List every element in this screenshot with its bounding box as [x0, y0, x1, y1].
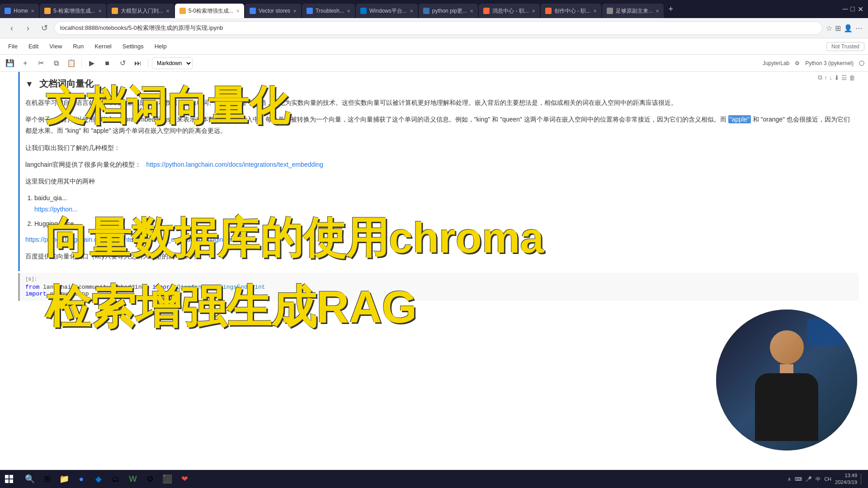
svg-rect-3 [9, 479, 13, 483]
taskbar-chrome-icon[interactable]: ● [73, 471, 90, 487]
tray-up-arrow[interactable]: ∧ [788, 476, 791, 482]
tab-msg-close[interactable]: ✕ [532, 9, 535, 14]
jupyter-menu-bar: File Edit View Run Kernel Settings Help … [0, 38, 868, 55]
bookmark-star-button[interactable]: ☆ [826, 24, 832, 33]
run-button[interactable]: ▶ [85, 57, 98, 70]
huggingface-link[interactable]: https://python.langchain.com/docs/integr… [25, 236, 249, 243]
baidu-link[interactable]: https://python... [34, 206, 78, 213]
tray-keyboard-icon[interactable]: ⌨ [795, 476, 802, 482]
reload-button[interactable]: ↺ [38, 22, 51, 34]
save-button[interactable]: 💾 [4, 57, 16, 70]
tab-zuzu[interactable]: 足够原副主来... ✕ [602, 4, 664, 18]
tab-zuzu-label: 足够原副主来... [616, 7, 653, 15]
tab-windows[interactable]: Windows平台... ✕ [356, 4, 418, 18]
settings-icon[interactable]: ⚙ [795, 60, 800, 66]
taskbar-icons: 🔍 ⊞ 📁 ● ◆ 🗂 W ⚙ ⬛ ❤ [18, 471, 782, 487]
code-cell[interactable]: [8]: from langchain_community.embeddings… [18, 273, 859, 301]
tab-msg[interactable]: 消息中心 - 职... ✕ [479, 4, 540, 18]
baidu-desc: 百度提供的向量化接口（key只要导入之前大模型的就可以了） [25, 251, 854, 262]
menu-settings[interactable]: Settings [118, 41, 148, 52]
tab-msg-label: 消息中心 - 职... [492, 7, 529, 15]
tab-create-close[interactable]: ✕ [593, 9, 597, 14]
tab-notebook1-close[interactable]: ✕ [98, 9, 102, 14]
tab-windows-close[interactable]: ✕ [410, 9, 413, 14]
two-types-text: 这里我们使用其中的两种 [25, 176, 854, 187]
tab-troubleshoot[interactable]: Troublesh... ✕ [302, 4, 355, 18]
back-button[interactable]: ‹ [5, 22, 18, 34]
taskbar-task-icon[interactable]: ⊞ [39, 471, 55, 487]
tab-notebook1[interactable]: 5-检索增强生成... ✕ [40, 4, 106, 18]
kernel-indicator [859, 61, 864, 66]
address-bar[interactable]: localhost:8888/notebooks/5-0检索增强生成的原理与实现… [54, 21, 822, 35]
kw-as: as [71, 291, 78, 297]
taskbar-settings-icon[interactable]: ⚙ [142, 471, 158, 487]
embedding-list: baidu_qia... https://python... Hugging F… [25, 192, 854, 230]
tab-troubleshoot-close[interactable]: ✕ [347, 9, 350, 14]
menu-help[interactable]: Help [150, 41, 171, 52]
settings-dots-button[interactable]: ⋯ [855, 24, 863, 33]
taskbar-file-icon[interactable]: 📁 [56, 471, 72, 487]
heading-text: 文档词向量化 [39, 79, 94, 89]
delete-button[interactable]: 🗑 [849, 74, 855, 81]
copy-cell-button[interactable]: ⧉ [818, 74, 822, 81]
tab-notebook3-close[interactable]: ✕ [236, 9, 240, 14]
langchain-link[interactable]: https://python.langchain.com/docs/integr… [146, 161, 323, 168]
copy-button[interactable]: ⧉ [50, 57, 62, 70]
notebook-content: ⧉ ↑ ↓ ⬇ ☰ 🗑 ▼ 文档词向量化 在机器学习和自然语言处理中，词向量化是… [0, 72, 868, 470]
restart-button[interactable]: ↺ [116, 57, 129, 70]
tab-notebook2[interactable]: 大模型从入门到... ✕ [107, 4, 174, 18]
tab-vectorstores-close[interactable]: ✕ [293, 9, 297, 14]
tab-pip-close[interactable]: ✕ [470, 9, 473, 14]
tab-create[interactable]: 创作中心 - 职... ✕ [541, 4, 602, 18]
system-tray: ∧ ⌨ 🎤 中 CH 13:49 2024/3/19 [782, 472, 868, 486]
paste-button[interactable]: 📋 [65, 57, 78, 70]
more-button[interactable]: ☰ [841, 74, 847, 81]
taskbar-app2-icon[interactable]: ❤ [176, 471, 193, 487]
profile-button[interactable]: 👤 [844, 24, 853, 33]
tab-home-close[interactable]: ✕ [31, 9, 34, 14]
cell-type-select[interactable]: MarkdownCodeRaw [152, 57, 193, 69]
menu-kernel[interactable]: Kernel [90, 41, 116, 52]
collapse-icon[interactable]: ▼ [25, 80, 33, 89]
move-up-button[interactable]: ↑ [824, 74, 827, 81]
taskbar-search-icon[interactable]: 🔍 [22, 471, 38, 487]
forward-button[interactable]: › [22, 22, 34, 34]
tray-ime[interactable]: CH [824, 476, 831, 482]
taskbar-edge-icon[interactable]: ◆ [90, 471, 107, 487]
menu-file[interactable]: File [4, 41, 22, 52]
tab-vectorstores[interactable]: Vector stores ✕ [245, 4, 301, 18]
numpy-alias: np [82, 291, 89, 297]
tab-notebook3[interactable]: 5-0检索增强生成... ✕ [175, 4, 244, 18]
show-desktop-button[interactable] [861, 474, 863, 484]
tray-mic-icon[interactable]: 🎤 [806, 476, 812, 482]
menu-view[interactable]: View [45, 41, 66, 52]
tab-pip[interactable]: python pip更... ✕ [419, 4, 478, 18]
cut-button[interactable]: ✂ [34, 57, 47, 70]
minimize-button[interactable]: ─ [843, 5, 848, 13]
windows-start-button[interactable] [0, 470, 18, 488]
taskbar-app1-icon[interactable]: W [125, 471, 141, 487]
tray-lang-ch[interactable]: 中 [816, 476, 821, 483]
system-clock[interactable]: 13:49 2024/3/19 [835, 472, 857, 486]
add-cell-button[interactable]: + [19, 57, 32, 70]
close-button[interactable]: ✕ [858, 5, 863, 14]
langchain-text: langchain官网提供了很多向量化的模型： https://python.l… [25, 159, 854, 170]
download-button[interactable]: ⬇ [834, 74, 840, 81]
taskbar-cmd-icon[interactable]: ⬛ [159, 471, 175, 487]
code-prompt: [8]: [25, 277, 854, 282]
not-trusted-badge[interactable]: Not Trusted [826, 42, 864, 51]
jupyterlab-link[interactable]: JupyterLab [763, 60, 789, 66]
taskbar-folder-icon[interactable]: 🗂 [108, 471, 124, 487]
stop-button[interactable]: ■ [101, 57, 113, 70]
menu-run[interactable]: Run [68, 41, 88, 52]
tab-zuzu-close[interactable]: ✕ [656, 9, 659, 14]
menu-edit[interactable]: Edit [24, 41, 43, 52]
restart-run-button[interactable]: ⏭ [132, 57, 144, 70]
tab-home[interactable]: Home ✕ [0, 4, 39, 18]
new-tab-button[interactable]: + [665, 5, 677, 14]
markdown-cell[interactable]: ⧉ ↑ ↓ ⬇ ☰ 🗑 ▼ 文档词向量化 在机器学习和自然语言处理中，词向量化是… [18, 72, 859, 271]
extension-button[interactable]: ⊞ [835, 24, 841, 33]
maximize-button[interactable]: □ [850, 5, 855, 13]
tab-notebook2-close[interactable]: ✕ [166, 9, 170, 14]
move-down-button[interactable]: ↓ [829, 74, 832, 81]
